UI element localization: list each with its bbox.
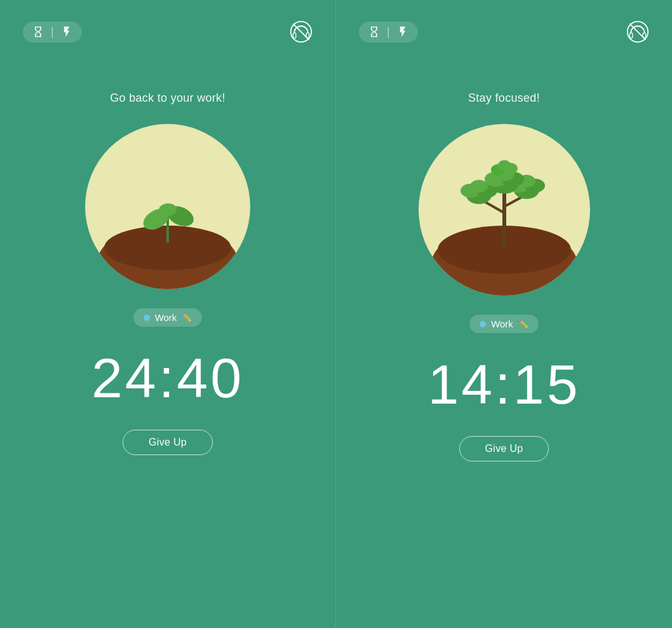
right-icon-pill: | [359,22,418,43]
right-work-dot [480,321,486,327]
divider: | [51,25,54,39]
right-work-text: Work [491,318,513,329]
divider-right: | [387,25,390,39]
left-phone-screen: | Go back to your work! [0,0,336,628]
left-edit-icon[interactable]: ✏️ [182,313,192,322]
svg-point-34 [498,160,511,170]
right-timer: 14:15 [427,352,580,417]
right-plant-svg [419,124,590,296]
left-work-label[interactable]: Work ✏️ [133,308,203,327]
right-edit-icon[interactable]: ✏️ [518,319,528,329]
left-plant-circle [85,124,250,289]
left-give-up-button[interactable]: Give Up [123,430,213,455]
right-phone-screen: | Stay focused! [336,0,672,628]
svg-rect-1 [293,33,296,38]
right-work-label[interactable]: Work ✏️ [469,315,539,333]
headphone-icon [290,20,312,43]
right-give-up-button[interactable]: Give Up [459,436,549,461]
left-timer: 24:40 [91,346,244,411]
svg-point-23 [470,180,488,193]
right-message: Stay focused! [468,92,540,105]
svg-rect-11 [629,33,633,38]
left-top-icons: | [23,22,82,43]
headphone-icon-right [626,20,649,43]
left-work-text: Work [155,312,177,323]
left-message: Go back to your work! [110,92,225,105]
flash-icon [60,25,73,38]
hourglass-icon-right [368,25,380,38]
left-work-dot [144,315,150,321]
left-top-bar: | [0,0,335,53]
right-plant-circle [419,124,590,296]
left-icon-pill: | [23,22,82,43]
left-plant-svg [85,124,250,289]
right-top-icons: | [359,22,418,43]
flash-icon-right [396,25,409,38]
hourglass-icon [32,25,44,38]
right-top-bar: | [336,0,672,53]
